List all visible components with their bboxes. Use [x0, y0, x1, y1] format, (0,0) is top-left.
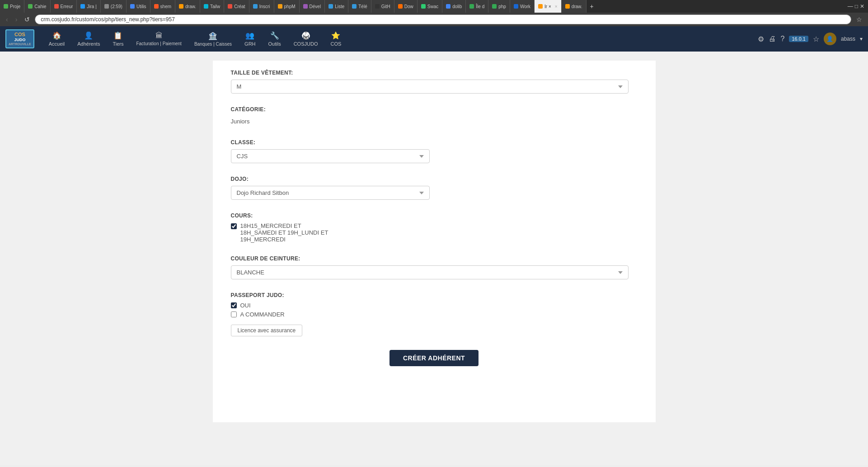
help-icon[interactable]: ?	[780, 35, 784, 43]
list-item: 18H15_MERCREDI ET18H_SAMEDI ET 19H_LUNDI…	[231, 222, 638, 243]
tab-cahie[interactable]: Cahie	[24, 0, 50, 13]
nav-outils[interactable]: 🔧 Outils	[263, 28, 286, 50]
tab-proje[interactable]: Proje	[0, 0, 24, 13]
page-body: TAILLE DE VÊTEMENT: M XS S L XL XXL CATÉ…	[0, 52, 868, 466]
nav-cosjudo[interactable]: 🥋 COSJUDO	[288, 28, 324, 50]
minimize-button[interactable]: —	[848, 3, 853, 9]
list-icon: 📋	[113, 31, 122, 40]
user-dropdown-icon[interactable]: ▾	[860, 36, 863, 42]
tab-inscri[interactable]: Inscri	[249, 0, 274, 13]
tab-draw2[interactable]: draw.	[562, 0, 586, 13]
tab-work[interactable]: Work	[510, 0, 535, 13]
classe-select[interactable]: CJS Poussins Benjamins Minimes Cadets Se…	[231, 149, 430, 163]
tab-erreur[interactable]: Erreur	[51, 0, 77, 13]
classe-label: CLASSE:	[231, 139, 638, 146]
categorie-label: CATÉGORIE:	[231, 106, 638, 113]
nav-banques-label: Banques | Caisses	[194, 42, 232, 47]
tab-utilis[interactable]: Utilis	[127, 0, 150, 13]
logo[interactable]: COS JUDO ARTROUVILLE	[5, 29, 34, 48]
tab-phpm[interactable]: phpM	[274, 0, 300, 13]
licence-button[interactable]: Licence avec assurance	[231, 325, 303, 336]
nav-adherents-label: Adhérents	[77, 41, 100, 47]
cours-list: 18H15_MERCREDI ET18H_SAMEDI ET 19H_LUNDI…	[231, 222, 638, 243]
bookmark-nav-icon[interactable]: ☆	[813, 35, 819, 43]
person-icon: 👤	[84, 31, 93, 40]
tab-iled[interactable]: Île d	[466, 0, 488, 13]
tab-swac[interactable]: Swac	[418, 0, 442, 13]
tab-php[interactable]: php	[488, 0, 510, 13]
passeport-section: PASSEPORT JUDO: OUI A COMMANDER Licence …	[231, 292, 638, 336]
creer-adherent-button[interactable]: CRÉER ADHÉRENT	[389, 350, 479, 366]
address-input[interactable]	[35, 14, 851, 24]
dojo-select[interactable]: Dojo Richard Sitbon Dojo Central Dojo Su…	[231, 186, 430, 200]
passeport-oui-label: OUI	[240, 302, 251, 309]
nav-banques[interactable]: 🏦 Banques | Caisses	[189, 28, 237, 50]
version-badge: 16.0.1	[789, 36, 808, 42]
tools-icon: 🔧	[270, 31, 279, 40]
tab-close-icon[interactable]: ×	[555, 4, 558, 9]
passeport-commander-checkbox[interactable]	[231, 311, 237, 317]
tab-tele[interactable]: Télé	[348, 0, 371, 13]
tab-liste[interactable]: Liste	[325, 0, 348, 13]
tab-jira[interactable]: Jira |	[77, 0, 101, 13]
nav-items: 🏠 Accueil 👤 Adhérents 📋 Tiers 🏛 Facturat…	[43, 28, 758, 50]
content-wrapper: TAILLE DE VÊTEMENT: M XS S L XL XXL CATÉ…	[213, 61, 656, 422]
forward-button[interactable]: ›	[13, 15, 20, 24]
passeport-oui-row: OUI	[231, 302, 638, 309]
logo-sub-text: ARTROUVILLE	[9, 42, 31, 46]
tab-shem[interactable]: shem	[150, 0, 175, 13]
nav-accueil[interactable]: 🏠 Accueil	[43, 28, 70, 50]
categorie-value: Juniors	[231, 116, 638, 127]
nav-cos[interactable]: ⭐ COS	[325, 28, 347, 50]
nav-right: ⚙ 🖨 ? 16.0.1 ☆ 👤 abass ▾	[758, 33, 863, 45]
bookmark-button[interactable]: ☆	[854, 15, 864, 24]
ceinture-label: COULEUR DE CEINTURE:	[231, 255, 638, 262]
username: abass	[841, 36, 855, 42]
cours-checkbox[interactable]	[231, 223, 237, 229]
submit-area: CRÉER ADHÉRENT	[231, 350, 638, 366]
maximize-button[interactable]: □	[855, 3, 858, 9]
tab-time[interactable]: (2:59)	[101, 0, 127, 13]
logo-judo-text: JUDO	[14, 38, 25, 42]
user-avatar[interactable]: 👤	[824, 33, 836, 45]
nav-adherents[interactable]: 👤 Adhérents	[72, 28, 105, 50]
nav-tiers[interactable]: 📋 Tiers	[107, 28, 129, 50]
cours-label: COURS:	[231, 212, 638, 219]
refresh-button[interactable]: ↺	[22, 15, 32, 24]
top-nav: COS JUDO ARTROUVILLE 🏠 Accueil 👤 Adhéren…	[0, 26, 868, 52]
close-window-button[interactable]: ✕	[860, 3, 864, 9]
home-icon: 🏠	[52, 31, 61, 40]
nav-facturation[interactable]: 🏛 Facturation | Paiement	[131, 28, 187, 50]
categorie-section: CATÉGORIE: Juniors	[231, 106, 638, 127]
people-icon: 👥	[245, 31, 254, 40]
billing-icon: 🏛	[155, 32, 163, 40]
taille-select[interactable]: M XS S L XL XXL	[231, 80, 629, 94]
tab-dow[interactable]: Dow	[394, 0, 418, 13]
print-icon[interactable]: 🖨	[769, 35, 776, 43]
tab-active[interactable]: Ir × ×	[535, 0, 562, 13]
tab-dolib[interactable]: dolib	[442, 0, 466, 13]
new-tab-button[interactable]: +	[586, 3, 597, 10]
nav-accueil-label: Accueil	[49, 41, 65, 47]
tab-draw1[interactable]: draw.	[175, 0, 200, 13]
nav-cos-label: COS	[330, 41, 341, 47]
settings-icon[interactable]: ⚙	[758, 35, 764, 43]
star-nav-icon: ⭐	[331, 31, 340, 40]
tab-github[interactable]: GitH	[371, 0, 394, 13]
nav-outils-label: Outils	[268, 41, 281, 47]
taille-section: TAILLE DE VÊTEMENT: M XS S L XL XXL	[231, 70, 638, 94]
ceinture-select[interactable]: BLANCHE JAUNE ORANGE VERTE BLEUE MARRON …	[231, 265, 629, 279]
taille-label: TAILLE DE VÊTEMENT:	[231, 70, 638, 76]
passeport-oui-checkbox[interactable]	[231, 302, 237, 308]
classe-section: CLASSE: CJS Poussins Benjamins Minimes C…	[231, 139, 638, 163]
nav-grh[interactable]: 👥 GRH	[239, 28, 261, 50]
nav-tiers-label: Tiers	[113, 41, 123, 47]
tab-devel[interactable]: Dével	[300, 0, 325, 13]
cours-section: COURS: 18H15_MERCREDI ET18H_SAMEDI ET 19…	[231, 212, 638, 243]
tab-creat[interactable]: Créat	[224, 0, 249, 13]
back-button[interactable]: ‹	[4, 15, 10, 24]
nav-facturation-label: Facturation | Paiement	[136, 41, 181, 46]
tab-tailw[interactable]: Tailw	[200, 0, 224, 13]
bank-icon: 🏦	[208, 32, 217, 40]
passeport-label: PASSEPORT JUDO:	[231, 292, 638, 298]
